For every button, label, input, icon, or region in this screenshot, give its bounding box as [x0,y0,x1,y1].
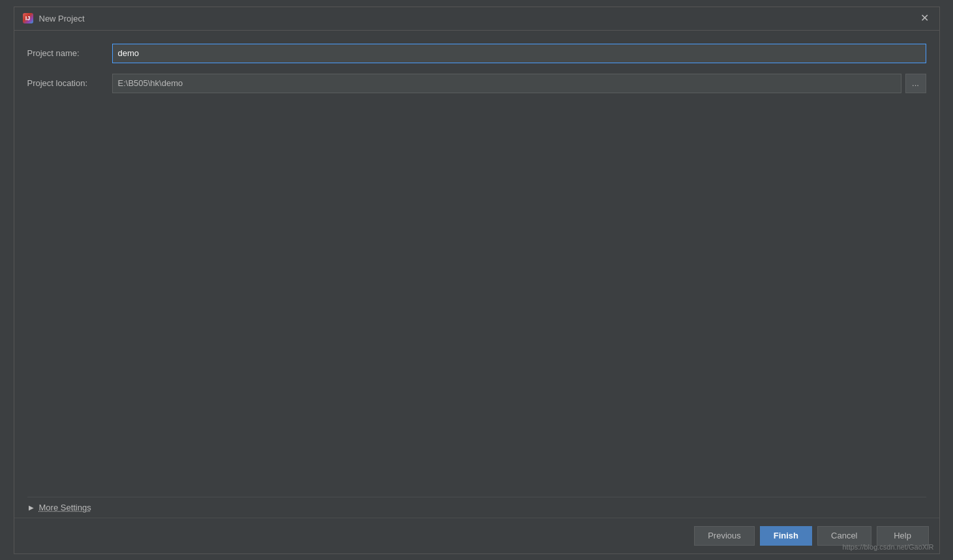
project-location-row: Project location: ... [27,74,926,93]
dialog-footer: Previous Finish Cancel Help [14,518,939,553]
new-project-dialog: IJ New Project ✕ Project name: Project l… [14,7,940,554]
close-button[interactable]: ✕ [918,12,931,25]
finish-button[interactable]: Finish [760,526,812,546]
close-icon: ✕ [920,13,929,23]
more-settings-label: More Settings [39,503,91,512]
browse-button[interactable]: ... [905,74,926,93]
dialog-title: New Project [39,14,85,23]
project-location-label: Project location: [27,78,112,88]
project-name-label: Project name: [27,48,112,58]
dialog-content: Project name: Project location: ... [14,31,939,518]
project-location-input[interactable] [112,74,901,93]
finish-button-label: Finish [774,531,798,540]
app-icon: IJ [22,12,34,24]
app-icon-shape: IJ [23,13,33,23]
project-name-input[interactable] [112,44,926,63]
more-settings-row[interactable]: ▶ More Settings [27,497,926,518]
browse-button-label: ... [912,78,919,88]
previous-button[interactable]: Previous [694,526,755,546]
content-spacer [27,104,926,497]
watermark-text: https://blog.csdn.net/GaoXiR [842,543,933,551]
previous-button-label: Previous [708,531,741,540]
cancel-button-label: Cancel [831,531,857,540]
title-bar-left: IJ New Project [22,12,85,24]
dialog-overlay: IJ New Project ✕ Project name: Project l… [0,0,953,560]
project-name-row: Project name: [27,44,926,63]
project-name-input-wrapper [112,44,926,63]
triangle-right-icon: ▶ [27,504,35,510]
help-button-label: Help [894,531,911,540]
project-location-input-wrapper: ... [112,74,926,93]
title-bar: IJ New Project ✕ [14,7,939,31]
app-icon-text: IJ [25,15,31,22]
watermark: https://blog.csdn.net/GaoXiR [842,543,933,551]
